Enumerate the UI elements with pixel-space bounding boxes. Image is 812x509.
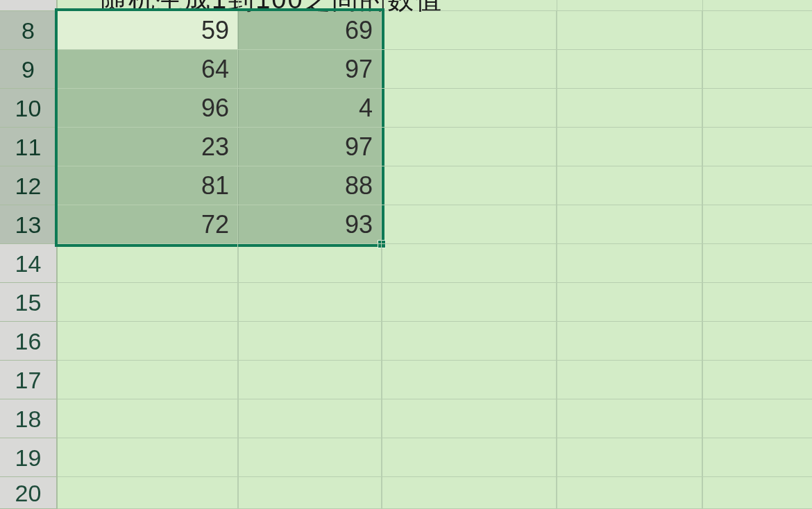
- row-header-20[interactable]: 20: [0, 477, 58, 509]
- cell-C13[interactable]: [382, 205, 557, 244]
- cell-E18[interactable]: [702, 399, 812, 438]
- cell-B11[interactable]: 97: [238, 128, 382, 166]
- cell-A12[interactable]: 81: [58, 166, 238, 205]
- row-header-partial[interactable]: [0, 0, 58, 11]
- cell-B20[interactable]: [238, 477, 382, 509]
- cell-D9[interactable]: [557, 50, 702, 89]
- cell-D19[interactable]: [557, 438, 702, 477]
- cell-C8[interactable]: [382, 11, 557, 50]
- row-header-9[interactable]: 9: [0, 50, 58, 89]
- cell-C15[interactable]: [382, 283, 557, 322]
- cell-B10[interactable]: 4: [238, 89, 382, 128]
- cell-B16[interactable]: [238, 322, 382, 361]
- cell-A20[interactable]: [58, 477, 238, 509]
- cell-D17[interactable]: [557, 361, 702, 399]
- cell-E9[interactable]: [702, 50, 812, 89]
- row-header-15[interactable]: 15: [0, 283, 58, 322]
- cell-E12[interactable]: [702, 166, 812, 205]
- row-header-19[interactable]: 19: [0, 438, 58, 477]
- row-header-13[interactable]: 13: [0, 205, 58, 244]
- cell-E13[interactable]: [702, 205, 812, 244]
- cell-B17[interactable]: [238, 361, 382, 399]
- cell-B15[interactable]: [238, 283, 382, 322]
- row-header-16[interactable]: 16: [0, 322, 58, 361]
- cell-C11[interactable]: [382, 128, 557, 166]
- cell-E20[interactable]: [702, 477, 812, 509]
- cell-D11[interactable]: [557, 128, 702, 166]
- cell-E8[interactable]: [702, 11, 812, 50]
- row-header-11[interactable]: 11: [0, 128, 58, 166]
- cell-A8[interactable]: 59: [58, 11, 238, 50]
- cell-E11[interactable]: [702, 128, 812, 166]
- cell-E19[interactable]: [702, 438, 812, 477]
- spreadsheet-viewport: 随机生成1到100之间的数值 8 9 10 11 12 13 14 15 16 …: [0, 0, 812, 509]
- cell-D8[interactable]: [557, 11, 702, 50]
- cell-B19[interactable]: [238, 438, 382, 477]
- cell-C19[interactable]: [382, 438, 557, 477]
- cell-A18[interactable]: [58, 399, 238, 438]
- row-header-12[interactable]: 12: [0, 166, 58, 205]
- cell-C18[interactable]: [382, 399, 557, 438]
- cell-B18[interactable]: [238, 399, 382, 438]
- cells-area[interactable]: 59 69 64 97 96 4 23 97 81 88 72 93: [58, 0, 812, 509]
- cell-E15[interactable]: [702, 283, 812, 322]
- cell-E10[interactable]: [702, 89, 812, 128]
- row-header-18[interactable]: 18: [0, 399, 58, 438]
- cell-E17[interactable]: [702, 361, 812, 399]
- cell-C17[interactable]: [382, 361, 557, 399]
- cell-D14[interactable]: [557, 244, 702, 283]
- cell-B8[interactable]: 69: [238, 11, 382, 50]
- cell-B12[interactable]: 88: [238, 166, 382, 205]
- cell-A14[interactable]: [58, 244, 238, 283]
- cell-C9[interactable]: [382, 50, 557, 89]
- row-header-14[interactable]: 14: [0, 244, 58, 283]
- cell-C20[interactable]: [382, 477, 557, 509]
- cell-E16[interactable]: [702, 322, 812, 361]
- cell-A16[interactable]: [58, 322, 238, 361]
- cell-A9[interactable]: 64: [58, 50, 238, 89]
- cell-D12[interactable]: [557, 166, 702, 205]
- cell-D10[interactable]: [557, 89, 702, 128]
- cell-B9[interactable]: 97: [238, 50, 382, 89]
- cell-D16[interactable]: [557, 322, 702, 361]
- cell-A11[interactable]: 23: [58, 128, 238, 166]
- cell-D13[interactable]: [557, 205, 702, 244]
- cell-C14[interactable]: [382, 244, 557, 283]
- cell-B14[interactable]: [238, 244, 382, 283]
- cell-A10[interactable]: 96: [58, 89, 238, 128]
- cell-C10[interactable]: [382, 89, 557, 128]
- cell-D20[interactable]: [557, 477, 702, 509]
- cell-A17[interactable]: [58, 361, 238, 399]
- row-header-8[interactable]: 8: [0, 11, 58, 50]
- cell-A15[interactable]: [58, 283, 238, 322]
- cell-C12[interactable]: [382, 166, 557, 205]
- row-header-10[interactable]: 10: [0, 89, 58, 128]
- cell-C16[interactable]: [382, 322, 557, 361]
- cell-D15[interactable]: [557, 283, 702, 322]
- row-header-17[interactable]: 17: [0, 361, 58, 399]
- cell-A19[interactable]: [58, 438, 238, 477]
- cell-A13[interactable]: 72: [58, 205, 238, 244]
- cell-B13[interactable]: 93: [238, 205, 382, 244]
- cell-E14[interactable]: [702, 244, 812, 283]
- cell-D18[interactable]: [557, 399, 702, 438]
